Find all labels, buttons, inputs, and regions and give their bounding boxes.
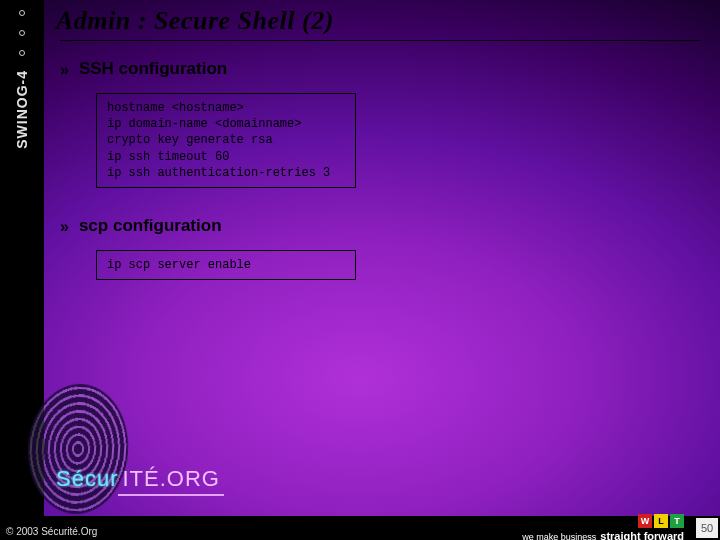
rail-dot [19,30,25,36]
footer-tag1: we make business [522,532,596,540]
code-ssh: hostname <hostname> ip domain-name <doma… [96,93,356,188]
badge-l: L [654,514,668,528]
slide-title: Admin : Secure Shell (2) [56,6,708,36]
logo-suffix: ITÉ.ORG [118,466,223,496]
title-rule [60,40,700,41]
page-number: 50 [696,518,718,538]
chevron-icon: » [60,216,69,238]
wlt-badges: W L T [638,514,684,528]
rail-label: SWINOG-4 [14,70,30,149]
slide: SWINOG-4 Admin : Secure Shell (2) » SSH … [0,0,720,540]
rail-dot [19,10,25,16]
bullet-label-ssh: SSH configuration [79,59,227,79]
fingerprint-icon [24,381,133,518]
content: Admin : Secure Shell (2) » SSH configura… [56,6,708,280]
footer-right: W L T we make business straight forward [522,514,684,540]
code-scp: ip scp server enable [96,250,356,280]
badge-t: T [670,514,684,528]
bullet-label-scp: scp configuration [79,216,222,236]
footer-tagline: we make business straight forward [522,530,684,540]
bullet-ssh: » SSH configuration [60,59,708,81]
footer-copyright: © 2003 Sécurité.Org [6,526,97,537]
rail-dot [19,50,25,56]
footer-tag2: straight forward [600,530,684,540]
bullet-scp: » scp configuration [60,216,708,238]
footer-strip: © 2003 Sécurité.Org W L T we make busine… [0,516,720,540]
chevron-icon: » [60,59,69,81]
rail-dots [19,10,25,56]
securite-logo: SécurITÉ.ORG [56,466,224,496]
logo-prefix: Sécur [56,466,118,491]
badge-w: W [638,514,652,528]
